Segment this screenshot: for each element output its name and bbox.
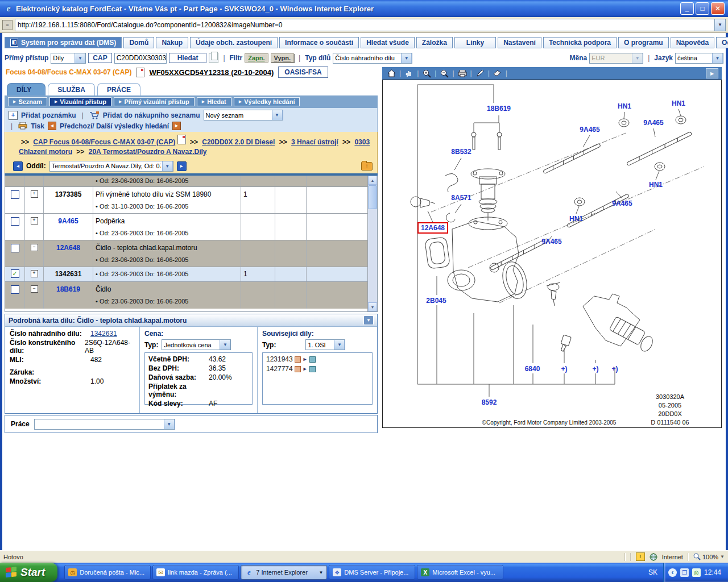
shopping-list-select[interactable]: Nový seznam▼ xyxy=(204,110,283,120)
part-label[interactable]: 8B532 xyxy=(451,148,471,156)
nav-bookmark-button[interactable]: Záložka xyxy=(416,37,453,48)
prev-results-icon[interactable]: ◄ xyxy=(48,122,56,130)
nav-dealer-data-button[interactable]: Údaje obch. zastoupení xyxy=(190,37,278,48)
eraser-icon[interactable] xyxy=(492,68,503,78)
part-label[interactable]: HN1 xyxy=(569,215,583,223)
zoom-out-icon[interactable] xyxy=(439,68,450,78)
expand-toggle[interactable]: − xyxy=(31,285,38,293)
table-row-selected[interactable]: ✓ + 1342631 • Od: 23-06-2003 Do: 16-06-2… xyxy=(5,267,377,282)
breadcrumb-section-link[interactable]: 20A Termostat/Pouzdro A Navaz.Díly xyxy=(89,148,207,156)
nav-help-button[interactable]: Nápověda xyxy=(671,37,714,48)
table-row[interactable]: + 9A465 Podpěrka• Od: 23-06-2003 Do: 16-… xyxy=(5,214,377,240)
oasis-fsa-button[interactable]: OASIS-FSA xyxy=(278,66,328,78)
minimize-button[interactable]: _ xyxy=(680,2,694,15)
dropdown-arrow-icon[interactable]: ▼ xyxy=(220,339,230,350)
nav-dms-button[interactable]: ◧Systém pro správu dat (DMS) xyxy=(5,37,122,48)
home-icon[interactable] xyxy=(386,68,397,78)
part-label[interactable]: 9A465 xyxy=(580,126,599,134)
expand-toggle[interactable]: − xyxy=(31,244,38,251)
dropdown-arrow-icon[interactable]: ▼ xyxy=(272,110,283,120)
add-note-link[interactable]: Přidat poznámku xyxy=(21,111,76,119)
table-row[interactable]: • Od: 23-06-2003 Do: 16-06-2005 xyxy=(5,176,377,187)
table-row[interactable]: + 1373385 Při výměně tohoto dílu viz SSM… xyxy=(5,187,377,214)
search-input[interactable]: C20DD0X303032 xyxy=(114,53,167,64)
language-select[interactable]: čeština▼ xyxy=(675,53,723,64)
table-scrollbar[interactable]: ▲ ▼ xyxy=(367,176,377,311)
url-input[interactable]: http://192.168.1.115:8080/Ford/Catalogue… xyxy=(15,19,715,31)
breadcrumb-engine-link[interactable]: C20DD0X 2.0 DI Diesel xyxy=(202,138,275,146)
folder-up-icon[interactable]: ↑ xyxy=(361,162,373,171)
part-label[interactable]: HN1 xyxy=(649,181,663,189)
nav-tech-support-button[interactable]: Technická podpora xyxy=(543,37,617,48)
filter-off-button[interactable]: Vypn. xyxy=(271,53,295,63)
dropdown-arrow-icon[interactable]: ▼ xyxy=(164,419,175,430)
dropdown-arrow-icon[interactable]: ▼ xyxy=(401,53,412,64)
scroll-up-button[interactable]: ▲ xyxy=(368,176,377,185)
close-button[interactable]: ✕ xyxy=(711,2,725,15)
related-part-item[interactable]: 1427774 ► xyxy=(266,365,369,373)
section-select[interactable]: Termostat/Pouzdro A Navaz.Díly, Od: 07-0… xyxy=(49,161,173,172)
breadcrumb-catalog-link[interactable]: CAP Focus 04-08/Focus C-MAX 03-07 (CAP) xyxy=(33,138,175,146)
add-to-shopping-list-link[interactable]: Přidat do nákupního seznamu xyxy=(103,111,200,119)
filter-on-button[interactable]: Zapn. xyxy=(245,53,268,63)
direct-access-select[interactable]: Díly▼ xyxy=(51,53,86,64)
part-label[interactable]: 8592 xyxy=(482,398,497,406)
next-image-button[interactable]: ▶ xyxy=(706,68,718,78)
nav-logout-button[interactable]: Odhlášení xyxy=(716,37,728,48)
task-dms-server[interactable]: ❖ DMS Server - Připoje... xyxy=(329,565,415,580)
expand-toggle[interactable]: + xyxy=(31,190,38,198)
expand-toggle[interactable]: + xyxy=(31,217,38,225)
part-number-link[interactable]: 9A465 xyxy=(44,214,93,240)
part-label[interactable]: +) xyxy=(592,365,598,373)
task-internet-explorer[interactable]: e 7 Internet Explorer ▼ xyxy=(241,565,327,580)
part-label[interactable]: 9A465 xyxy=(612,199,632,207)
subnav-vizualni-pristup[interactable]: ▶Vizuální přístup xyxy=(49,97,111,106)
row-checkbox[interactable] xyxy=(11,217,19,226)
vehicle-doc-icon[interactable] xyxy=(136,68,144,77)
next-results-icon[interactable]: ► xyxy=(172,122,181,130)
part-label[interactable]: 9A465 xyxy=(643,119,663,127)
detail-collapse-button[interactable]: ▼ xyxy=(363,315,374,325)
pan-hand-icon[interactable] xyxy=(403,68,415,78)
cap-button[interactable]: CAP xyxy=(88,53,111,63)
section-prev-button[interactable]: ◄ xyxy=(13,161,23,171)
breadcrumb-group-link[interactable]: 3 Hnací ústrojí xyxy=(291,138,338,146)
subnav-vysledky-hledani[interactable]: ▶Výsledky hledání xyxy=(234,97,300,106)
table-row[interactable]: − 18B619 Čidlo• Od: 23-06-2003 Do: 16-06… xyxy=(5,282,377,309)
print-diagram-icon[interactable] xyxy=(457,68,468,78)
tray-chevron-icon[interactable]: ‹ xyxy=(668,568,677,577)
vehicle-vin-link[interactable]: WF05XXGCD54Y12318 (20-10-2004) xyxy=(149,68,274,77)
subnav-seznam[interactable]: ▶Seznam xyxy=(8,97,47,106)
part-number-link[interactable]: 18B619 xyxy=(44,282,93,309)
task-outlook[interactable]: ◷ Doručená pošta - Mic... xyxy=(64,565,151,580)
nav-purchase-button[interactable]: Nákup xyxy=(156,37,188,48)
dropdown-arrow-icon[interactable]: ▼ xyxy=(75,53,85,64)
related-part-item[interactable]: 1231943 ► xyxy=(266,355,369,363)
nav-home-button[interactable]: Domů xyxy=(123,37,154,48)
tray-windows-icon[interactable]: ❐ xyxy=(680,568,689,577)
part-label-highlighted[interactable]: 12A648 xyxy=(417,222,448,234)
task-excel[interactable]: X Microsoft Excel - vyu... xyxy=(417,565,503,580)
expand-toggle[interactable]: + xyxy=(31,270,38,277)
print-link[interactable]: Tisk xyxy=(31,122,44,130)
part-label[interactable]: +) xyxy=(611,365,618,373)
labour-select[interactable]: ▼ xyxy=(34,419,175,430)
nav-search-all-button[interactable]: Hledat všude xyxy=(361,37,415,48)
task-group-dropdown-icon[interactable]: ▼ xyxy=(318,570,323,575)
section-next-button[interactable]: ► xyxy=(177,161,187,171)
price-type-select[interactable]: Jednotková cena▼ xyxy=(162,339,231,350)
breadcrumb-doc-icon[interactable] xyxy=(177,135,186,144)
row-checkbox[interactable] xyxy=(11,190,19,199)
row-checkbox-checked[interactable]: ✓ xyxy=(11,269,19,278)
part-number-detail-link[interactable]: 1342631 xyxy=(90,330,117,338)
tab-dily[interactable]: DÍLY xyxy=(7,83,46,95)
language-indicator[interactable]: SK xyxy=(648,568,657,576)
subnav-hledat[interactable]: ▶Hledat xyxy=(197,97,231,106)
part-label[interactable]: HN1 xyxy=(618,102,631,110)
part-label[interactable]: HN1 xyxy=(672,99,685,107)
part-number-link[interactable]: 12A648 xyxy=(44,240,93,267)
nav-part-info-button[interactable]: Informace o součásti xyxy=(279,37,359,48)
part-label[interactable]: +) xyxy=(561,365,567,373)
part-label[interactable]: 9A465 xyxy=(541,238,561,246)
part-label[interactable]: 18B619 xyxy=(487,105,511,113)
